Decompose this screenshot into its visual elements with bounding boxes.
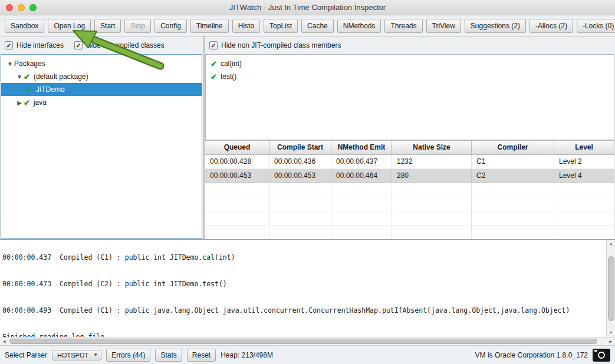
- main-area: ✓ Hide interfaces ✓ Hide uncompiled clas…: [0, 37, 615, 239]
- compiled-check-icon: ✔: [211, 72, 217, 81]
- package-tree[interactable]: ▼ Packages ▼ ✔ (default package) ✔ JITDe…: [1, 54, 202, 239]
- collapse-icon[interactable]: ▼: [6, 61, 14, 67]
- cell-level: Level 2: [554, 155, 614, 169]
- config-button[interactable]: Config: [154, 19, 187, 33]
- member-label: test(): [221, 72, 236, 81]
- horizontal-scroll-thumb[interactable]: [9, 339, 597, 344]
- traffic-lights: [6, 4, 37, 11]
- member-item-cal[interactable]: ✔ cal(int): [206, 57, 614, 70]
- stats-button[interactable]: Stats: [155, 349, 182, 362]
- minimize-window-button[interactable]: [18, 4, 25, 11]
- table-empty-row: [205, 211, 614, 226]
- cell-queued: 00:00:00.428: [205, 155, 269, 169]
- class-member-panel: ✓ Hide non JIT-compiled class members ✔ …: [205, 37, 615, 239]
- cell-compiler: C2: [472, 169, 554, 183]
- cell-nmethod-emit: 00:00:00.437: [331, 155, 392, 169]
- hide-non-jit-checkbox[interactable]: ✓ Hide non JIT-compiled class members: [209, 41, 341, 49]
- member-filter-strip: ✓ Hide non JIT-compiled class members: [205, 37, 615, 54]
- errors-button[interactable]: Errors (44): [106, 349, 150, 362]
- tree-item-packages[interactable]: ▼ Packages: [1, 57, 202, 70]
- suggestions-button[interactable]: Suggestions (2): [465, 19, 526, 33]
- cell-native-size: 1232: [392, 155, 472, 169]
- tree-item-jitdemo[interactable]: ✔ JITDemo: [1, 83, 202, 96]
- log-line: 00:00:00.473 Compiled (C2) : public int …: [2, 280, 604, 289]
- cell-level: Level 4: [554, 169, 614, 183]
- hide-non-jit-label: Hide non JIT-compiled class members: [221, 41, 341, 49]
- reset-button[interactable]: Reset: [187, 349, 216, 362]
- screenshot-camera-button[interactable]: [593, 349, 610, 362]
- compiled-check-icon: ✔: [24, 98, 30, 107]
- collapse-icon[interactable]: ▼: [15, 74, 24, 80]
- hide-interfaces-checkbox[interactable]: ✓ Hide interfaces: [5, 41, 64, 49]
- column-header-nmethod-emit[interactable]: NMethod Emit: [331, 141, 392, 155]
- locks-button[interactable]: -Locks (0): [577, 19, 615, 33]
- horizontal-scrollbar[interactable]: ◀ ▶: [0, 337, 615, 345]
- tree-item-java[interactable]: ▶ ✔ java: [1, 96, 202, 109]
- cache-button[interactable]: Cache: [301, 19, 334, 33]
- compilations-table: Queued Compile Start NMethod Emit Native…: [205, 140, 614, 239]
- table-row[interactable]: 00:00:00.453 00:00:00.453 00:00:00.464 2…: [205, 169, 614, 183]
- checkbox-checked-icon[interactable]: ✓: [5, 41, 13, 49]
- sandbox-button[interactable]: Sandbox: [5, 19, 44, 33]
- scroll-left-icon[interactable]: ◀: [0, 337, 8, 345]
- parser-dropdown[interactable]: HOTSPOT ▼: [52, 350, 101, 360]
- open-log-button[interactable]: Open Log: [48, 19, 91, 33]
- cell-native-size: 280: [392, 169, 472, 183]
- column-header-compile-start[interactable]: Compile Start: [269, 141, 331, 155]
- status-bar: Select Parser HOTSPOT ▼ Errors (44) Stat…: [0, 345, 615, 364]
- hide-uncompiled-checkbox[interactable]: ✓ Hide uncompiled classes: [74, 41, 165, 49]
- zoom-window-button[interactable]: [29, 4, 37, 11]
- vertical-scrollbar[interactable]: ▲ ▼: [606, 240, 615, 337]
- compiled-check-icon: ✔: [26, 85, 32, 94]
- nmethods-button[interactable]: NMethods: [337, 19, 382, 33]
- column-header-level[interactable]: Level: [554, 141, 614, 155]
- cell-compile-start: 00:00:00.436: [269, 155, 331, 169]
- vertical-scroll-thumb[interactable]: [608, 256, 614, 321]
- compiled-check-icon: ✔: [24, 72, 30, 81]
- member-item-test[interactable]: ✔ test(): [206, 70, 614, 83]
- class-tree-panel: ✓ Hide interfaces ✓ Hide uncompiled clas…: [0, 37, 203, 239]
- select-parser-label: Select Parser: [5, 351, 47, 359]
- log-line: 00:00:00.493 Compiled (C1) : public java…: [2, 306, 604, 315]
- cell-nmethod-emit: 00:00:00.464: [331, 169, 392, 183]
- cell-compile-start: 00:00:00.453: [269, 169, 331, 183]
- tree-item-label: java: [34, 98, 47, 107]
- column-header-native-size[interactable]: Native Size: [392, 141, 472, 155]
- log-line: 00:00:00.437 Compiled (C1) : public int …: [2, 253, 604, 262]
- checkbox-checked-icon[interactable]: ✓: [74, 41, 83, 49]
- log-output[interactable]: 00:00:00.437 Compiled (C1) : public int …: [0, 239, 615, 337]
- scroll-right-icon[interactable]: ▶: [607, 337, 615, 345]
- histo-button[interactable]: Histo: [232, 19, 260, 33]
- toplist-button[interactable]: TopList: [264, 19, 298, 33]
- column-header-queued[interactable]: Queued: [205, 141, 269, 155]
- checkbox-checked-icon[interactable]: ✓: [209, 41, 218, 49]
- threads-button[interactable]: Threads: [384, 19, 422, 33]
- hide-interfaces-label: Hide interfaces: [17, 41, 64, 49]
- cell-compiler: C1: [472, 155, 554, 169]
- compiled-check-icon: ✔: [211, 59, 217, 68]
- tree-item-label: (default package): [34, 72, 88, 81]
- stop-button: Stop: [124, 19, 151, 33]
- member-label: cal(int): [221, 59, 242, 68]
- column-header-compiler[interactable]: Compiler: [472, 141, 554, 155]
- table-row[interactable]: 00:00:00.428 00:00:00.436 00:00:00.437 1…: [205, 155, 614, 169]
- log-line: Finished reading log file.: [2, 333, 604, 337]
- member-list[interactable]: ✔ cal(int) ✔ test(): [205, 54, 614, 140]
- parser-value: HOTSPOT: [57, 352, 88, 359]
- table-header-row: Queued Compile Start NMethod Emit Native…: [205, 141, 614, 155]
- chevron-down-icon: ▼: [93, 352, 98, 358]
- toolbar: Sandbox Open Log Start Stop Config Timel…: [0, 15, 615, 37]
- tree-item-label: Packages: [14, 59, 45, 68]
- scroll-down-icon[interactable]: ▼: [607, 329, 615, 337]
- tree-item-default-package[interactable]: ▼ ✔ (default package): [1, 70, 202, 83]
- triview-button[interactable]: TriView: [426, 19, 461, 33]
- expand-icon[interactable]: ▶: [15, 100, 24, 106]
- start-button[interactable]: Start: [94, 19, 121, 33]
- allocs-button[interactable]: -Allocs (2): [530, 19, 573, 33]
- timeline-button[interactable]: Timeline: [190, 19, 229, 33]
- close-window-button[interactable]: [6, 4, 13, 11]
- camera-flash-icon: [594, 350, 597, 352]
- scroll-up-icon[interactable]: ▲: [607, 240, 615, 248]
- cell-queued: 00:00:00.453: [205, 169, 269, 183]
- hide-uncompiled-label: Hide uncompiled classes: [86, 41, 165, 49]
